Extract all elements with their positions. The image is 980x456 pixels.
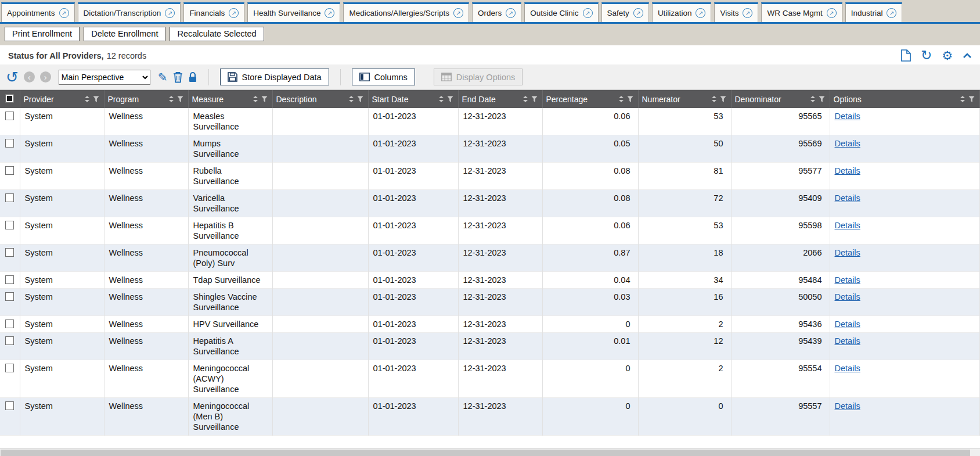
details-link[interactable]: Details (835, 139, 860, 148)
undo-icon[interactable]: ↺ (6, 71, 19, 84)
row-checkbox[interactable] (5, 139, 14, 148)
row-checkbox[interactable] (5, 336, 14, 345)
sort-icon[interactable] (523, 96, 528, 102)
tab-utilization[interactable]: Utilization ↗ (652, 2, 712, 22)
row-checkbox[interactable] (5, 292, 14, 301)
row-checkbox[interactable] (5, 364, 14, 372)
details-link[interactable]: Details (835, 292, 860, 301)
filter-icon[interactable] (261, 96, 268, 103)
tab-visits[interactable]: Visits ↗ (714, 2, 758, 22)
refresh-icon[interactable]: ↻ (921, 49, 932, 62)
sort-icon[interactable] (439, 96, 444, 102)
row-checkbox[interactable] (5, 401, 14, 410)
tab-launch-icon[interactable]: ↗ (696, 8, 705, 18)
sort-icon[interactable] (712, 96, 716, 102)
filter-icon[interactable] (93, 96, 99, 103)
row-checkbox[interactable] (5, 319, 14, 328)
sort-icon[interactable] (253, 96, 258, 102)
lock-icon[interactable] (188, 71, 197, 83)
trash-icon[interactable] (173, 71, 183, 83)
display-options-button[interactable]: Display Options (434, 69, 523, 85)
details-link[interactable]: Details (835, 336, 860, 346)
tab-outside-clinic[interactable]: Outside Clinic ↗ (524, 2, 598, 22)
tab-financials[interactable]: Financials ↗ (183, 2, 244, 22)
perspective-select[interactable]: Main Perspective (59, 70, 150, 85)
tab-orders[interactable]: Orders ↗ (472, 2, 521, 22)
row-checkbox[interactable] (5, 166, 14, 175)
sort-icon[interactable] (810, 96, 815, 102)
collapse-chevron-icon[interactable] (963, 53, 972, 59)
tab-safety[interactable]: Safety ↗ (601, 2, 649, 22)
tab-launch-icon[interactable]: ↗ (633, 8, 643, 18)
filter-icon[interactable] (627, 96, 633, 103)
tab-launch-icon[interactable]: ↗ (453, 8, 463, 18)
tab-appointments[interactable]: Appointments ↗ (1, 2, 75, 22)
details-link[interactable]: Details (835, 221, 860, 230)
details-link[interactable]: Details (835, 166, 860, 175)
horizontal-scrollbar[interactable] (0, 448, 980, 456)
column-header-provider[interactable]: Provider (20, 90, 104, 108)
column-header-measure[interactable]: Measure (188, 90, 272, 108)
tab-launch-icon[interactable]: ↗ (165, 8, 175, 18)
row-checkbox[interactable] (5, 112, 14, 120)
row-checkbox[interactable] (5, 248, 14, 257)
tab-label: Visits (720, 9, 738, 17)
details-link[interactable]: Details (835, 112, 860, 121)
filter-icon[interactable] (819, 96, 825, 103)
details-link[interactable]: Details (835, 248, 860, 257)
scrollbar-thumb[interactable] (1, 450, 970, 456)
filter-icon[interactable] (531, 96, 538, 103)
new-document-icon[interactable] (901, 49, 911, 62)
column-header-program[interactable]: Program (104, 90, 188, 108)
filter-icon[interactable] (968, 96, 975, 103)
sort-icon[interactable] (349, 96, 354, 102)
select-all-checkbox[interactable] (5, 94, 14, 103)
row-checkbox[interactable] (5, 193, 14, 202)
details-link[interactable]: Details (835, 193, 860, 203)
column-header-description[interactable]: Description (272, 90, 368, 108)
tab-wr-case-mgmt[interactable]: WR Case Mgmt ↗ (761, 2, 842, 22)
tab-launch-icon[interactable]: ↗ (583, 8, 593, 18)
delete-enrollment-button[interactable]: Delete Enrollment (84, 27, 165, 41)
tab-launch-icon[interactable]: ↗ (59, 8, 69, 18)
edit-pencil-icon[interactable]: ✎ (158, 71, 168, 83)
column-header-options[interactable]: Options (830, 90, 980, 108)
back-icon[interactable]: ‹ (24, 71, 35, 82)
details-link[interactable]: Details (835, 401, 860, 411)
tab-launch-icon[interactable]: ↗ (887, 8, 896, 18)
tab-launch-icon[interactable]: ↗ (229, 8, 239, 18)
filter-icon[interactable] (447, 96, 453, 103)
filter-icon[interactable] (177, 96, 183, 103)
column-header-percentage[interactable]: Percentage (542, 90, 638, 108)
forward-icon[interactable]: › (40, 71, 51, 82)
column-header-start_date[interactable]: Start Date (368, 90, 458, 108)
store-displayed-data-button[interactable]: Store Displayed Data (220, 69, 329, 85)
row-checkbox[interactable] (5, 221, 14, 229)
column-header-denominator[interactable]: Denominator (731, 90, 830, 108)
gear-icon[interactable]: ⚙ (942, 49, 953, 62)
sort-icon[interactable] (960, 96, 965, 102)
sort-icon[interactable] (169, 96, 174, 102)
columns-button[interactable]: Columns (352, 69, 415, 85)
sort-icon[interactable] (619, 96, 624, 102)
recalculate-selected-button[interactable]: Recalculate Selected (170, 27, 264, 41)
tab-launch-icon[interactable]: ↗ (506, 8, 516, 18)
cell-end-date: 12-31-2023 (458, 360, 542, 398)
tab-launch-icon[interactable]: ↗ (743, 8, 752, 18)
tab-industrial[interactable]: Industrial ↗ (845, 2, 903, 22)
filter-icon[interactable] (720, 96, 726, 103)
tab-dictation-transcription[interactable]: Dictation/Transcription ↗ (78, 2, 181, 22)
filter-icon[interactable] (357, 96, 363, 103)
details-link[interactable]: Details (835, 275, 860, 285)
column-header-numerator[interactable]: Numerator (638, 90, 731, 108)
tab-health-surveillance[interactable]: Health Surveillance ↗ (247, 2, 340, 22)
details-link[interactable]: Details (835, 364, 860, 373)
row-checkbox[interactable] (5, 275, 14, 284)
sort-icon[interactable] (85, 96, 89, 102)
tab-launch-icon[interactable]: ↗ (325, 8, 334, 18)
tab-launch-icon[interactable]: ↗ (827, 8, 837, 18)
details-link[interactable]: Details (835, 319, 860, 329)
tab-medications-allergies-scripts[interactable]: Medications/Allergies/Scripts ↗ (343, 2, 469, 22)
column-header-end_date[interactable]: End Date (458, 90, 542, 108)
print-enrollment-button[interactable]: Print Enrollment (5, 27, 80, 41)
